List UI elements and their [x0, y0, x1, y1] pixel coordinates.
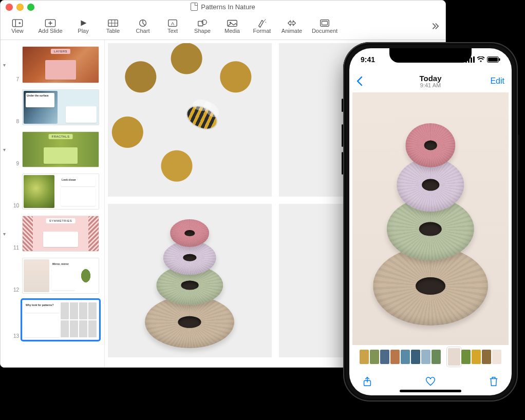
slide-number: 13 [11, 333, 19, 340]
toolbar: View Add Slide Play Table [1, 13, 445, 40]
navbar-title-group: Today 9:41 AM [349, 74, 512, 88]
slide-title: Why look for patterns? [26, 303, 59, 307]
scrubber-thumb[interactable] [448, 348, 460, 366]
close-window-button[interactable] [6, 4, 13, 11]
toolbar-table-label: Table [106, 28, 120, 34]
battery-icon [487, 56, 500, 63]
trash-button[interactable] [488, 376, 499, 387]
svg-rect-27 [488, 58, 498, 62]
canvas-image-shell-stack[interactable] [108, 204, 272, 357]
toolbar-play-button[interactable]: Play [69, 14, 97, 39]
toolbar-animate-label: Animate [282, 28, 302, 34]
chevron-down-icon[interactable]: ▾ [1, 62, 8, 68]
toolbar-text-button[interactable]: A Text [159, 14, 186, 39]
toolbar-format-label: Format [253, 28, 271, 34]
volume-up-button [342, 124, 343, 147]
slide-number: 8 [11, 119, 19, 125]
toolbar-text-label: Text [167, 28, 178, 34]
scrubber-thumb[interactable] [401, 350, 410, 364]
svg-rect-28 [499, 59, 500, 61]
toolbar-animate-button[interactable]: Animate [278, 14, 306, 39]
titlebar[interactable]: Patterns In Nature [1, 1, 445, 13]
slide-badge: FRACTALS [49, 134, 73, 139]
scrubber-thumb[interactable] [421, 350, 430, 364]
svg-point-17 [264, 21, 265, 22]
wifi-icon [477, 56, 485, 63]
toolbar-media-button[interactable]: Media [218, 14, 246, 39]
slide-thumb-13[interactable]: 13 Why look for patterns? [1, 297, 102, 343]
slide-title: Under the surface [27, 94, 53, 97]
window-controls [6, 4, 34, 11]
scrubber-thumb[interactable] [380, 350, 389, 364]
toolbar-chart-button[interactable]: Chart [129, 14, 157, 39]
share-button[interactable] [362, 376, 373, 387]
toolbar-document-button[interactable]: Document [308, 14, 342, 39]
svg-point-18 [266, 22, 266, 22]
document-icon [191, 3, 198, 11]
scrubber-thumb[interactable] [482, 350, 491, 364]
bee-illustration [184, 102, 220, 133]
toolbar-shape-button[interactable]: Shape [189, 14, 216, 39]
shape-icon [197, 18, 208, 28]
play-icon [78, 18, 89, 28]
volume-down-button [342, 152, 343, 175]
slide-thumb-7[interactable]: ▾ 7 LAYERS [1, 43, 102, 86]
photo-scrubber[interactable] [349, 346, 512, 368]
slide-number: 11 [11, 245, 19, 252]
view-icon [12, 18, 23, 28]
scrubber-thumb[interactable] [360, 350, 369, 364]
toolbar-add-slide-button[interactable]: Add Slide [33, 14, 67, 39]
svg-marker-5 [81, 21, 86, 26]
slide-number: 7 [11, 77, 19, 83]
media-icon [227, 18, 238, 28]
scrubber-thumb[interactable] [432, 350, 441, 364]
slide-number: 9 [11, 161, 19, 167]
chevron-down-icon[interactable]: ▾ [1, 231, 8, 237]
iphone-screen: 9:41 Today [349, 48, 512, 395]
toolbar-media-label: Media [224, 28, 240, 34]
slide-thumb-11[interactable]: ▾ 11 SYMMETRIES [1, 213, 102, 255]
svg-point-19 [265, 20, 266, 20]
animate-icon [286, 18, 297, 28]
chevron-down-icon[interactable]: ▾ [1, 147, 8, 152]
status-time: 9:41 [361, 55, 375, 64]
navbar-subtitle: 9:41 AM [349, 82, 512, 88]
minimize-window-button[interactable] [16, 4, 24, 11]
toolbar-overflow-button[interactable] [427, 14, 442, 39]
toolbar-document-label: Document [312, 28, 338, 34]
format-icon [256, 18, 268, 28]
toolbar-play-label: Play [78, 28, 88, 34]
svg-rect-21 [322, 21, 328, 25]
slide-title: Look closer [62, 178, 95, 181]
photo-viewer[interactable] [352, 92, 509, 345]
slide-thumb-9[interactable]: ▾ 9 FRACTALS [1, 128, 102, 170]
edit-button[interactable]: Edit [490, 77, 504, 86]
toolbar-table-button[interactable]: Table [99, 14, 127, 39]
home-indicator[interactable] [400, 390, 461, 392]
window-title-text: Patterns In Nature [201, 3, 255, 11]
slide-thumb-12[interactable]: 12 Mirror, mirror [1, 255, 102, 297]
canvas-image-honeycomb[interactable] [108, 43, 272, 197]
scrubber-thumb[interactable] [411, 350, 420, 364]
mute-switch [342, 99, 343, 112]
toolbar-chart-label: Chart [136, 28, 150, 34]
svg-rect-24 [471, 58, 472, 63]
scrubber-thumb[interactable] [461, 350, 471, 364]
scrubber-thumb[interactable] [390, 350, 400, 364]
toolbar-format-button[interactable]: Format [248, 14, 276, 39]
scrubber-thumb[interactable] [492, 350, 501, 364]
scrubber-thumb[interactable] [370, 350, 379, 364]
scrubber-thumb[interactable] [472, 350, 481, 364]
slide-thumb-10[interactable]: 10 Look closer [1, 170, 102, 213]
slide-thumb-8[interactable]: 8 Under the surface [1, 86, 102, 128]
fullscreen-window-button[interactable] [27, 4, 34, 11]
table-icon [107, 18, 119, 28]
favorite-button[interactable] [425, 376, 436, 387]
toolbar-view-button[interactable]: View [4, 14, 31, 39]
slide-badge: LAYERS [51, 49, 70, 54]
add-slide-icon [45, 18, 56, 28]
slide-navigator[interactable]: ▾ 7 LAYERS 8 Under the surface [1, 40, 105, 368]
svg-rect-0 [12, 20, 22, 27]
power-button [518, 135, 519, 170]
slide-title: Mirror, mirror [52, 262, 75, 265]
